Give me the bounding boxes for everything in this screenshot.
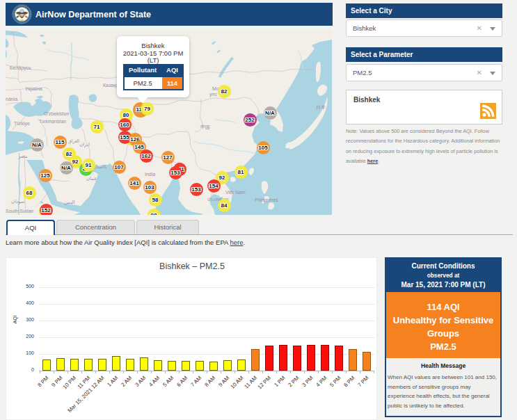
- svg-text:سودان: سودان: [11, 199, 25, 204]
- svg-text:India: India: [145, 172, 155, 177]
- svg-text:nânia: nânia: [6, 97, 17, 102]
- svg-text:Philippines: Philippines: [255, 197, 278, 203]
- svg-text:Türkiye: Türkiye: [14, 121, 30, 127]
- svg-text:العراق: العراق: [68, 139, 79, 144]
- svg-text:улс: улс: [209, 92, 217, 97]
- svg-text:O'zbekiston: O'zbekiston: [44, 111, 69, 116]
- svg-text:باكستان: باكستان: [93, 165, 107, 169]
- svg-text:اليمن: اليمن: [64, 200, 75, 205]
- svg-text:Беларусь: Беларусь: [10, 65, 31, 71]
- svg-text:Україна: Україна: [25, 86, 42, 92]
- svg-text:日本: 日本: [316, 105, 326, 111]
- svg-text:Turkmanistan: Turkmanistan: [39, 119, 67, 124]
- svg-text:Việt Nam: Việt Nam: [225, 190, 246, 195]
- svg-text:ایران: ایران: [79, 142, 90, 147]
- svg-text:South Sudan: South Sudan: [6, 209, 34, 213]
- svg-text:عمان: عمان: [86, 176, 97, 181]
- svg-text:中国: 中国: [200, 124, 210, 130]
- svg-text:مصر: مصر: [17, 154, 28, 159]
